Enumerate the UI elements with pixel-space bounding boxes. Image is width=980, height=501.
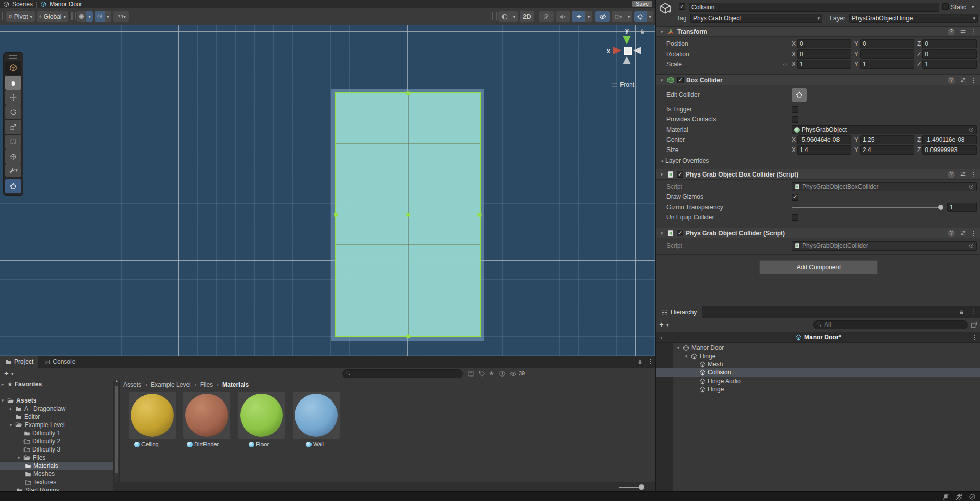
size-y-field[interactable]: 2.4 — [860, 145, 914, 155]
center-x-field[interactable]: -5.960464e-08 — [797, 135, 851, 144]
size-x-field[interactable]: 1.4 — [797, 145, 851, 155]
rotation-z-field[interactable]: 0 — [922, 49, 977, 59]
hierarchy-row[interactable]: Mesh — [656, 360, 980, 368]
breadcrumb-scenes[interactable]: Scenes — [12, 1, 33, 8]
position-z-field[interactable]: 0 — [922, 39, 977, 48]
asset-thumbnail[interactable] — [183, 392, 230, 439]
foldout-arrow-icon[interactable]: ▾ — [659, 231, 664, 236]
view-options-button[interactable] — [5, 61, 21, 75]
kebab-menu-icon[interactable]: ⋮ — [648, 358, 654, 365]
chevron-down-icon[interactable]: ▾ — [666, 322, 669, 328]
tree-row[interactable]: Difficulty 3 — [16, 445, 113, 454]
door-mesh-bounds[interactable] — [331, 89, 484, 341]
lock-icon[interactable] — [959, 309, 964, 315]
component-enabled-checkbox[interactable] — [677, 230, 683, 236]
preset-icon[interactable] — [960, 77, 966, 83]
component-enabled-checkbox[interactable] — [677, 171, 683, 178]
chevron-down-icon[interactable]: ▾ — [668, 9, 671, 14]
preset-icon[interactable] — [960, 28, 966, 35]
hidden-objects-toggle[interactable] — [595, 11, 610, 22]
static-dropdown-icon[interactable]: ▾ — [972, 4, 974, 9]
project-tree-scrollbar[interactable]: ▲ ▼ — [113, 380, 120, 491]
tree-row[interactable]: Editor — [8, 413, 113, 421]
grid-visibility-button[interactable] — [77, 11, 86, 22]
shading-mode-button[interactable] — [498, 11, 511, 22]
search-by-type-icon[interactable] — [468, 370, 474, 377]
center-z-field[interactable]: -1.490116e-08 — [922, 135, 977, 144]
pivot-dropdown[interactable]: Pivot ▾ — [6, 11, 35, 22]
link-broken-icon[interactable] — [782, 61, 788, 68]
tree-row[interactable]: ▾ Files — [16, 454, 113, 462]
hierarchy-row[interactable]: ▾ Manor Door — [656, 344, 980, 352]
scene-camera-button[interactable] — [612, 11, 625, 22]
add-component-button[interactable]: Add Component — [759, 260, 878, 274]
tag-dropdown[interactable]: Phys Grab Object▾ — [690, 14, 822, 23]
help-icon[interactable]: ? — [948, 230, 955, 237]
script-object-field[interactable]: PhysGrabObjectBoxCollider — [792, 182, 977, 191]
rotation-y-field[interactable] — [860, 49, 914, 59]
collider-right-handle[interactable] — [478, 213, 482, 217]
foldout-arrow-icon[interactable]: ▾ — [659, 29, 664, 34]
edit-collider-button[interactable] — [792, 88, 807, 102]
position-x-field[interactable]: 0 — [797, 39, 851, 48]
hierarchy-search-input[interactable]: All — [813, 320, 968, 329]
scene-lighting-toggle[interactable] — [539, 11, 554, 22]
save-button[interactable]: Save — [632, 1, 652, 7]
gizmo-axis-cone[interactable] — [633, 47, 641, 54]
draw-gizmos-checkbox[interactable] — [792, 194, 798, 201]
is-trigger-checkbox[interactable] — [792, 106, 798, 113]
gizmo-x-label[interactable]: x — [607, 47, 610, 55]
project-search-input[interactable] — [342, 369, 463, 378]
2d-toggle[interactable]: 2D — [520, 11, 534, 22]
kebab-menu-icon[interactable]: ⋮ — [972, 334, 978, 341]
scene-camera-dropdown[interactable]: ▾ — [625, 11, 632, 22]
script1-header[interactable]: ▾ Phys Grab Object Box Collider (Script)… — [656, 169, 980, 180]
scroll-up-icon[interactable]: ▲ — [115, 379, 119, 383]
asset-label[interactable]: Wall — [306, 441, 324, 447]
script-object-field[interactable]: PhysGrabObjectCollider — [792, 241, 977, 251]
favorites-row[interactable]: ▸ ★ Favorites — [0, 380, 113, 388]
box-collider-gizmo[interactable] — [335, 92, 481, 337]
tree-row[interactable]: Textures — [25, 478, 113, 486]
breadcrumb-item[interactable]: Assets — [123, 381, 141, 388]
tree-row[interactable]: Difficulty 1 — [16, 429, 113, 437]
foldout-arrow-icon[interactable]: ▾ — [8, 422, 13, 428]
move-tool-button[interactable] — [5, 90, 21, 105]
kebab-menu-icon[interactable]: ⋮ — [971, 230, 977, 237]
help-icon[interactable]: ? — [948, 77, 955, 84]
collider-bottom-handle[interactable] — [406, 335, 410, 338]
asset-thumbnail[interactable] — [293, 392, 340, 439]
foldout-arrow-icon[interactable]: ▾ — [676, 345, 681, 350]
grid-visibility-dropdown[interactable]: ▾ — [86, 11, 93, 22]
prefab-header[interactable]: Manor Door* — [656, 332, 980, 342]
kebab-menu-icon[interactable]: ⋮ — [970, 308, 976, 315]
foldout-arrow-icon[interactable]: ▾ — [659, 172, 664, 177]
foldout-arrow-icon[interactable]: ▾ — [0, 398, 5, 403]
notifications-muted-icon[interactable] — [942, 493, 949, 500]
gizmo-orientation-label[interactable]: Front — [612, 81, 634, 88]
foldout-arrow-icon[interactable]: ▸ — [0, 382, 5, 387]
rotate-tool-button[interactable] — [5, 105, 21, 119]
foldout-arrow-icon[interactable]: ▾ — [659, 78, 664, 83]
overlay-drag-handle[interactable] — [9, 55, 17, 59]
scale-x-field[interactable]: 1 — [797, 60, 851, 69]
breadcrumb-prefab-name[interactable]: Manor Door — [50, 1, 82, 8]
slider-handle[interactable] — [938, 205, 943, 210]
object-picker-icon[interactable] — [968, 184, 974, 190]
component-enabled-checkbox[interactable] — [677, 77, 684, 83]
rect-tool-button[interactable] — [5, 135, 21, 149]
gizmos-toggle[interactable] — [634, 11, 647, 22]
breadcrumb-item[interactable]: Files — [200, 381, 213, 388]
hierarchy-row[interactable]: Hinge — [656, 385, 980, 393]
object-picker-icon[interactable] — [968, 127, 974, 133]
gizmo-axis-cone[interactable] — [623, 56, 631, 64]
import-alert-icon[interactable] — [499, 370, 506, 377]
breadcrumb-item-current[interactable]: Materials — [222, 381, 249, 388]
scene-view[interactable]: ▾ y x Front — [0, 25, 655, 356]
tree-row[interactable]: ▾ Example Level — [8, 421, 113, 429]
slider-handle[interactable] — [639, 484, 644, 490]
foldout-arrow-icon[interactable]: ▾ — [684, 354, 689, 359]
gizmo-center-cube[interactable] — [624, 47, 632, 55]
gizmo-x-axis-cone[interactable] — [613, 47, 622, 54]
collider-top-handle[interactable] — [406, 92, 410, 95]
